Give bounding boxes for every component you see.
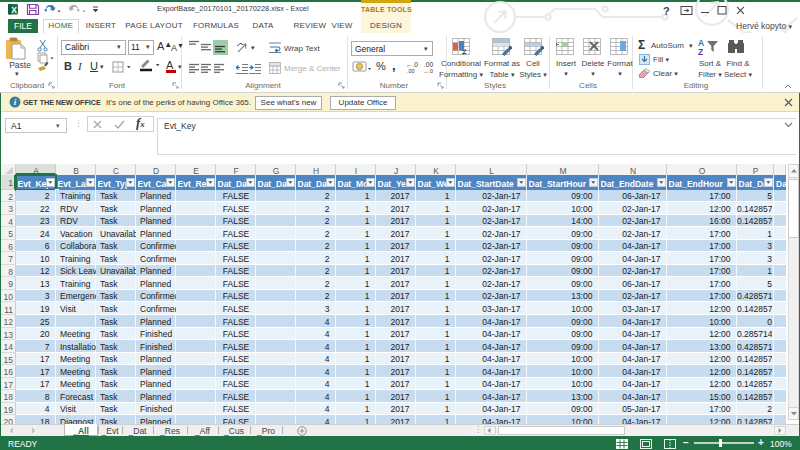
svg-text:?: ?	[663, 5, 670, 17]
svg-text:X: X	[11, 5, 17, 15]
svg-text:.00: .00	[407, 68, 415, 74]
svg-text:→.0: →.0	[423, 68, 433, 74]
svg-text:≠: ≠	[462, 47, 467, 57]
svg-text:Z: Z	[698, 47, 703, 56]
